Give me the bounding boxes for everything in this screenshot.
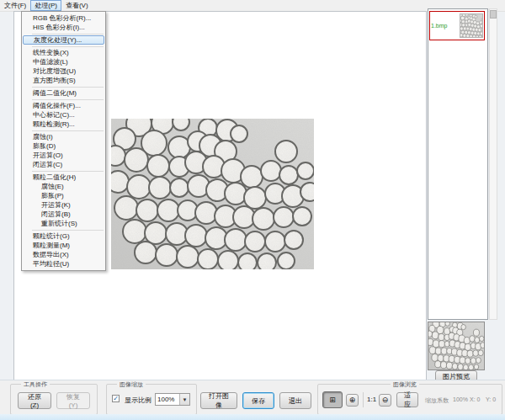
browse-group: 图像浏览 ⊞ ⊕ 1:1 ⊖ 适应 缩放系数 100% X: 0 Y: 0: [317, 384, 502, 415]
menu-separator: [32, 46, 104, 47]
menu-item[interactable]: 直方图均衡(S): [22, 76, 105, 85]
scrollbar-thumb[interactable]: [490, 10, 497, 19]
undo-group: 工具操作 还原(Z) 恢复(Y): [10, 384, 98, 415]
scale-combo[interactable]: 100% ▼: [155, 393, 190, 406]
menu-separator: [32, 99, 104, 100]
ratio-label: 1:1: [367, 396, 376, 403]
browse-group-label: 图像浏览: [391, 380, 419, 389]
menu-item[interactable]: RGB 色彩分析(R)...: [22, 13, 105, 23]
menu-item[interactable]: 闭运算(C): [22, 160, 105, 169]
menu-separator: [32, 87, 104, 88]
window-bottom-edge: [0, 414, 505, 420]
menu-view[interactable]: 查看(V): [61, 0, 93, 11]
menu-item[interactable]: 颗粒统计(G): [22, 231, 105, 241]
pan-tool-button[interactable]: ⊞: [322, 391, 343, 408]
menu-item[interactable]: 开运算(K): [22, 200, 105, 210]
zoom-in-button[interactable]: ⊕: [346, 394, 359, 407]
menu-item[interactable]: 腐蚀(I): [22, 132, 105, 141]
menu-item[interactable]: 线性变换(X): [22, 48, 105, 57]
menu-process[interactable]: 处理(P): [30, 0, 61, 11]
image-list-scrollbar[interactable]: [489, 8, 497, 320]
menu-item[interactable]: 灰度化处理(Y)...: [23, 35, 104, 45]
combo-arrow-icon[interactable]: ▼: [179, 394, 189, 405]
stat-zoom-factor-label: 缩放系数: [425, 396, 449, 405]
open-image-button[interactable]: 打开图像: [200, 392, 237, 409]
menu-item[interactable]: HIS 色彩分析(I)...: [22, 23, 105, 32]
checkbox-icon[interactable]: ✓: [112, 395, 120, 402]
menu-item[interactable]: 平均粒径(U): [22, 259, 105, 268]
menu-separator: [32, 230, 104, 231]
menu-item[interactable]: 腐蚀(E): [22, 182, 105, 191]
redo-button[interactable]: 恢复(Y): [56, 392, 90, 409]
zoom-group: 图像缩放 ✓ 显示比例 100% ▼: [106, 384, 197, 415]
image-list-panel: [428, 8, 488, 320]
undo-group-label: 工具操作: [21, 380, 50, 389]
scale-label: 显示比例: [125, 396, 152, 405]
menu-item[interactable]: 颗粒二值化(H): [22, 173, 105, 182]
preview-thumbnail[interactable]: [428, 322, 485, 370]
menu-separator: [32, 171, 104, 172]
menu-item[interactable]: 阈值化操作(F)...: [22, 101, 105, 110]
menu-item[interactable]: 中值滤波(L): [22, 57, 105, 66]
stat-x-coordinate: X: 0: [470, 396, 480, 402]
menu-item[interactable]: 颗粒测量(M): [22, 241, 105, 250]
image-list-item-thumbnail: [460, 13, 483, 38]
menu-item[interactable]: 开运算(O): [22, 151, 105, 160]
menu-file[interactable]: 文件(F): [0, 0, 30, 11]
menu-item[interactable]: 对比度增强(U): [22, 66, 105, 76]
scale-combo-value: 100%: [156, 396, 179, 403]
menu-separator: [32, 34, 104, 35]
stat-y-coordinate: Y: 0: [486, 396, 496, 402]
menu-item[interactable]: 闭运算(B): [22, 210, 105, 219]
image-list-item-label: 1.bmp: [430, 23, 460, 29]
particle-image[interactable]: [111, 119, 314, 269]
exit-button[interactable]: 退出: [279, 392, 311, 409]
menu-separator: [32, 130, 104, 131]
pan-icon: ⊞: [329, 396, 336, 404]
zoom-out-icon: ⊖: [382, 396, 389, 404]
toolbar-divider: [363, 392, 364, 407]
menu-item[interactable]: 中心标记(C)...: [22, 110, 105, 120]
save-button[interactable]: 保存: [242, 392, 274, 409]
menu-item[interactable]: 膨胀(P): [22, 191, 105, 200]
undo-button[interactable]: 还原(Z): [18, 392, 51, 409]
menu-item[interactable]: 数据导出(X): [22, 250, 105, 259]
menu-item[interactable]: 膨胀(D): [22, 141, 105, 151]
stat-zoom-value: 100%: [453, 396, 468, 402]
menu-item[interactable]: 颗粒检测(R)...: [22, 120, 105, 129]
zoom-group-label: 图像缩放: [117, 380, 146, 389]
menu-item[interactable]: 阈值二值化(M): [22, 88, 105, 98]
zoom-in-icon: ⊕: [349, 396, 356, 404]
process-menu-dropdown: RGB 色彩分析(R)...HIS 色彩分析(I)...灰度化处理(Y)...线…: [21, 11, 106, 271]
fit-view-button[interactable]: 适应: [396, 392, 418, 407]
menu-item[interactable]: 重新统计(S): [22, 219, 105, 228]
zoom-out-button[interactable]: ⊖: [379, 394, 391, 407]
image-list-item-selected[interactable]: 1.bmp: [429, 11, 485, 40]
